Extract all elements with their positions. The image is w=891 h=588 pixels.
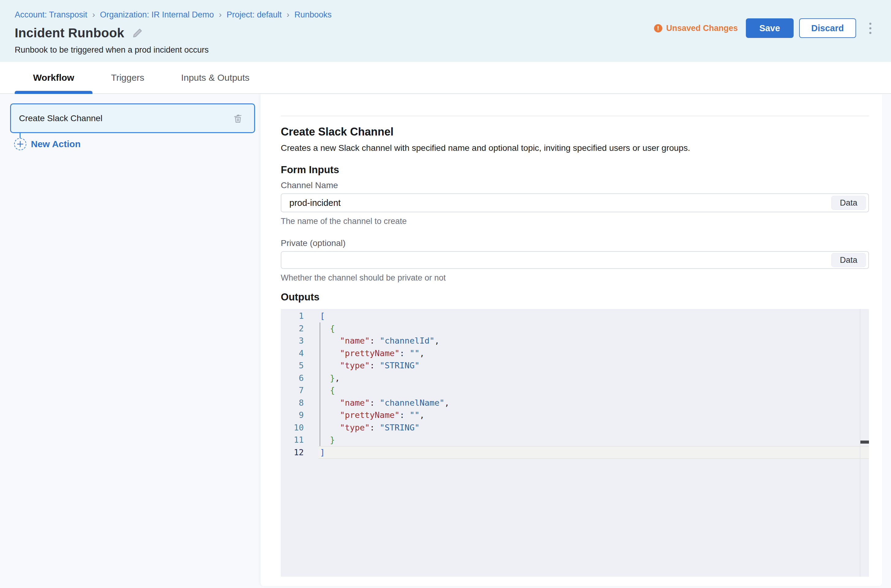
chevron-right-icon: › <box>287 10 289 20</box>
delete-action-button[interactable] <box>232 112 244 124</box>
plus-circle-icon <box>14 138 26 150</box>
tab-workflow[interactable]: Workflow <box>15 62 92 93</box>
line-number: 9 <box>281 409 304 422</box>
code-line: } <box>320 434 450 446</box>
scrollbar-thumb[interactable] <box>860 441 869 444</box>
channel-name-input-wrap: Data <box>281 194 869 212</box>
private-helper: Whether the channel should be private or… <box>281 273 869 283</box>
kebab-dot <box>869 32 871 34</box>
new-action-label: New Action <box>31 139 81 149</box>
panel-divider <box>281 116 869 116</box>
line-number: 1 <box>281 310 304 322</box>
new-action-button[interactable]: New Action <box>14 138 81 150</box>
channel-name-label: Channel Name <box>281 180 869 190</box>
line-number: 8 <box>281 397 304 410</box>
chevron-right-icon: › <box>92 10 95 20</box>
code-line: }, <box>320 372 450 384</box>
editor-gutter: 123456789101112 <box>281 310 304 459</box>
code-line: { <box>320 322 450 335</box>
tab-label: Workflow <box>33 72 74 83</box>
private-input-wrap: Data <box>281 251 869 269</box>
code-editor[interactable]: 123456789101112 [ { "name": "channelId",… <box>281 309 869 577</box>
line-number: 2 <box>281 322 304 335</box>
private-data-button[interactable]: Data <box>831 253 866 267</box>
unsaved-changes-label: Unsaved Changes <box>666 24 738 33</box>
trash-icon <box>232 113 244 124</box>
private-input[interactable] <box>281 252 868 268</box>
channel-name-helper: The name of the channel to create <box>281 217 869 226</box>
tab-label: Triggers <box>111 72 144 83</box>
unsaved-warning-icon: ! <box>654 24 662 32</box>
action-label: Create Slack Channel <box>19 114 232 123</box>
workflow-connector-line <box>20 133 21 138</box>
more-menu-button[interactable] <box>864 18 876 38</box>
line-number: 11 <box>281 434 304 446</box>
line-number: 3 <box>281 335 304 347</box>
breadcrumb-organization[interactable]: Organization: IR Internal Demo <box>100 10 214 20</box>
save-button[interactable]: Save <box>746 18 794 38</box>
page-title: Incident Runbook <box>15 26 124 40</box>
breadcrumb-account[interactable]: Account: Transposit <box>15 10 87 20</box>
kebab-dot <box>869 22 871 25</box>
tab-bar: Workflow Triggers Inputs & Outputs <box>0 62 891 94</box>
code-line: ] <box>320 446 450 459</box>
line-number: 6 <box>281 372 304 384</box>
outputs-heading: Outputs <box>281 291 869 303</box>
breadcrumb-runbooks[interactable]: Runbooks <box>294 10 332 20</box>
chevron-right-icon: › <box>219 10 222 20</box>
channel-name-data-button[interactable]: Data <box>831 196 866 210</box>
line-number: 12 <box>281 446 304 459</box>
line-number: 7 <box>281 384 304 397</box>
tab-triggers[interactable]: Triggers <box>92 62 163 93</box>
edit-title-button[interactable] <box>132 27 143 39</box>
form-inputs-heading: Form Inputs <box>281 164 869 176</box>
code-line: "prettyName": "", <box>320 409 450 422</box>
tab-label: Inputs & Outputs <box>181 72 249 83</box>
action-detail-title: Create Slack Channel <box>281 125 869 138</box>
channel-name-input[interactable] <box>281 194 868 212</box>
editor-code: [ { "name": "channelId", "prettyName": "… <box>320 310 450 459</box>
code-line: "type": "STRING" <box>320 360 450 372</box>
action-detail-description: Creates a new Slack channel with specifi… <box>281 143 869 153</box>
page-header: Account: Transposit › Organization: IR I… <box>0 0 891 62</box>
active-tab-indicator <box>15 91 92 94</box>
breadcrumb-project[interactable]: Project: default <box>227 10 282 20</box>
code-line: [ <box>320 310 450 322</box>
code-line: "type": "STRING" <box>320 422 450 434</box>
line-number: 5 <box>281 360 304 372</box>
discard-button[interactable]: Discard <box>799 18 856 38</box>
action-detail-panel: Create Slack Channel Creates a new Slack… <box>260 94 882 586</box>
private-label: Private (optional) <box>281 238 869 248</box>
line-number: 4 <box>281 347 304 360</box>
runbook-description: Runbook to be triggered when a prod inci… <box>15 45 891 55</box>
workflow-steps-panel: Create Slack Channel New Action <box>0 94 260 587</box>
pencil-icon <box>132 28 143 38</box>
code-line: "name": "channelName", <box>320 397 450 410</box>
line-number: 10 <box>281 422 304 434</box>
kebab-dot <box>869 27 871 29</box>
tab-inputs-outputs[interactable]: Inputs & Outputs <box>163 62 268 93</box>
code-line: { <box>320 384 450 397</box>
code-line: "prettyName": "", <box>320 347 450 360</box>
workflow-action-create-slack-channel[interactable]: Create Slack Channel <box>10 104 255 133</box>
code-line: "name": "channelId", <box>320 335 450 347</box>
